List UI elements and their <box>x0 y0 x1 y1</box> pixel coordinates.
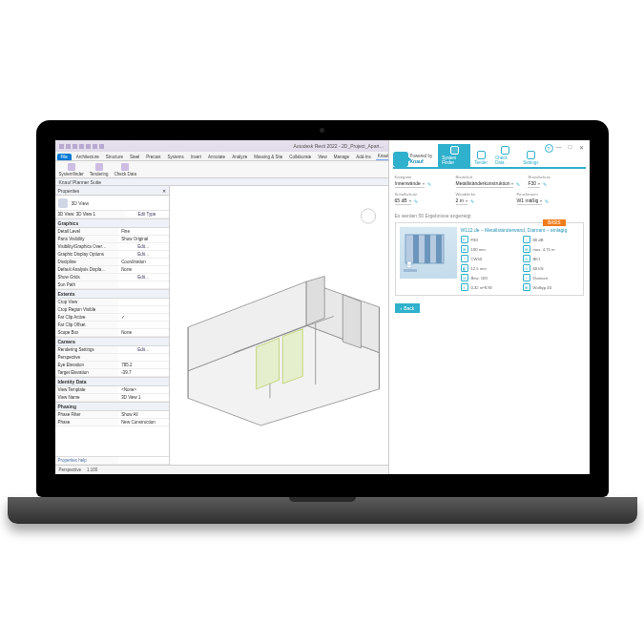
view-type-label[interactable]: 3D View <box>72 200 90 206</box>
close-button[interactable]: ✕ <box>578 144 586 150</box>
ribbon-button[interactable]: Tendering <box>90 163 109 177</box>
properties-header[interactable]: Properties ✕ <box>55 186 169 196</box>
property-row[interactable]: Phase FilterShow All <box>55 411 169 419</box>
property-row[interactable]: Visibility/Graphics Over…Edit… <box>55 243 169 251</box>
minimize-button[interactable]: — <box>555 144 563 150</box>
ribbon-tab[interactable]: Collaborate <box>287 154 313 160</box>
basis-badge: BASIS <box>543 219 565 226</box>
back-button[interactable]: ‹ Back <box>395 303 421 313</box>
filter-item[interactable]: Schallschutz65 dB ▾✎ <box>395 192 448 205</box>
filter-item[interactable]: FeuchtraumW1 mäßig ▾✎ <box>517 192 571 205</box>
spec-icon: ◧ <box>461 264 468 272</box>
property-row[interactable]: View Name3D View 1 <box>55 394 169 402</box>
property-row[interactable]: Perspective <box>55 354 169 362</box>
property-row[interactable]: Crop Region Visible <box>55 306 169 314</box>
edit-icon[interactable]: ✎ <box>545 198 549 204</box>
knauf-tab[interactable]: Tender <box>470 149 491 167</box>
window-controls[interactable]: —□✕ <box>555 144 586 150</box>
ribbon-tab[interactable]: View <box>316 154 329 160</box>
property-value[interactable]: Edit… <box>118 274 168 280</box>
property-value: 3D View 1 <box>118 394 168 401</box>
property-row[interactable]: Rendering SettingsEdit… <box>55 346 169 354</box>
edit-icon[interactable]: ✎ <box>516 181 520 187</box>
property-row[interactable]: View Template<None> <box>55 386 169 394</box>
property-row[interactable]: PhaseNew Construction <box>55 419 169 426</box>
ribbon-tab[interactable]: Massing & Site <box>252 154 284 160</box>
property-row[interactable]: Default Analysis Displa…None <box>55 266 169 274</box>
ribbon-tab[interactable]: Annotate <box>206 154 227 160</box>
knauf-tab[interactable]: System Finder <box>438 144 470 167</box>
ribbon-tabs[interactable]: FileArchitectureStructureSteelPrecastSys… <box>55 152 388 161</box>
maximize-button[interactable]: □ <box>567 144 574 150</box>
ribbon-button[interactable]: Systemfinder <box>59 163 84 177</box>
ribbon-tab[interactable]: Systems <box>166 154 186 160</box>
property-value[interactable]: Edit… <box>118 243 168 250</box>
spec-value: 100 mm <box>471 247 486 252</box>
filter-item[interactable]: BrandschutzF30 ▾✎ <box>528 175 581 188</box>
edit-icon[interactable]: ✎ <box>414 198 418 204</box>
property-value[interactable]: Edit… <box>118 346 168 353</box>
property-value[interactable]: Edit… <box>118 251 168 258</box>
property-row[interactable]: Sun Path <box>55 281 169 289</box>
spec-item: ⊙60 kN <box>523 264 579 272</box>
spec-value: F30 <box>471 238 478 242</box>
svg-rect-13 <box>413 235 419 263</box>
chevron-down-icon: ▾ <box>538 181 540 186</box>
ribbon-tab[interactable]: Precast <box>144 154 162 160</box>
ribbon-tab[interactable]: Analyze <box>230 154 249 160</box>
ribbon-panel[interactable]: SystemfinderTenderingCheck Data <box>55 161 388 178</box>
filter-item[interactable]: KategorieInnenwände ▾✎ <box>395 175 448 188</box>
property-row[interactable]: Scope BoxNone <box>55 329 169 337</box>
property-row[interactable]: Graphic Display OptionsEdit… <box>55 251 169 259</box>
file-tab[interactable]: File <box>57 154 72 160</box>
spec-value: Wolltyp 40 <box>533 285 551 290</box>
filter-value[interactable]: W1 mäßig ▾ <box>517 197 543 205</box>
ribbon-tab[interactable]: Steel <box>128 154 141 160</box>
property-row[interactable]: DisciplineCoordination <box>55 259 169 266</box>
status-zoom[interactable]: 1:100 <box>87 467 97 472</box>
property-row[interactable]: Show GridsEdit… <box>55 274 169 281</box>
property-name: Parts Visibility <box>55 236 119 242</box>
filter-value[interactable]: Metallständerkonstruktion ▾ <box>456 180 514 188</box>
edit-icon[interactable]: ✎ <box>470 198 474 204</box>
spec-icon: ⊟ <box>523 245 530 253</box>
filter-value[interactable]: 65 dB ▾ <box>395 197 411 205</box>
filter-item[interactable]: Wanddicke2 m ▾✎ <box>456 192 509 205</box>
knauf-tab[interactable]: Settings <box>519 149 542 167</box>
ribbon-tab[interactable]: Architecture <box>74 154 101 160</box>
filter-value[interactable]: 2 m ▾ <box>456 197 467 205</box>
ribbon-tab[interactable]: Insert <box>189 154 203 160</box>
laptop-frame: Autodesk Revit 2022 - 2D_Project_Apart… … <box>36 120 609 524</box>
screen: Autodesk Revit 2022 - 2D_Project_Apart… … <box>55 140 590 474</box>
properties-help[interactable]: Properties help <box>55 457 119 464</box>
property-row[interactable]: Parts VisibilityShow Original <box>55 236 169 243</box>
ribbon-tab[interactable]: Knauf Planner Suite <box>376 153 388 160</box>
property-row[interactable]: Detail LevelFine <box>55 228 169 236</box>
edit-icon[interactable]: ✎ <box>427 181 431 187</box>
ribbon-tab[interactable]: Add-Ins <box>354 154 373 160</box>
edit-icon[interactable]: ✎ <box>543 181 547 187</box>
property-row[interactable]: Far Clip Offset <box>55 322 169 329</box>
result-card[interactable]: BASIS W112.de – Metallst <box>395 222 584 296</box>
filter-value[interactable]: Innenwände ▾ <box>395 180 425 188</box>
property-value <box>118 322 168 328</box>
property-row[interactable]: Crop View <box>55 299 169 306</box>
spec-value: 0,32 m²K/W <box>471 285 492 290</box>
filter-item[interactable]: BauteilartMetallständerkonstruktion ▾✎ <box>456 175 521 188</box>
property-group: Graphics <box>55 218 169 228</box>
product-thumbnail <box>400 227 457 279</box>
knauf-tab[interactable]: Check Data <box>491 144 519 167</box>
ribbon-tab[interactable]: Structure <box>104 154 125 160</box>
quick-access[interactable] <box>59 144 104 149</box>
help-icon[interactable]: ? <box>545 144 553 153</box>
filter-value[interactable]: F30 ▾ <box>528 180 540 188</box>
3d-viewport[interactable] <box>170 186 388 465</box>
edit-type-button[interactable]: Edit Type <box>125 211 168 218</box>
close-icon[interactable]: ✕ <box>162 188 166 194</box>
property-row[interactable]: Far Clip Active✓ <box>55 314 169 322</box>
property-row[interactable]: Target Elevation-39.7 <box>55 369 169 377</box>
ribbon-tab[interactable]: Manage <box>332 154 351 160</box>
knauf-nav[interactable]: System FinderTenderCheck DataSettings <box>438 144 542 167</box>
ribbon-button[interactable]: Check Data <box>114 163 137 177</box>
property-row[interactable]: Eye Elevation785.2 <box>55 362 169 369</box>
